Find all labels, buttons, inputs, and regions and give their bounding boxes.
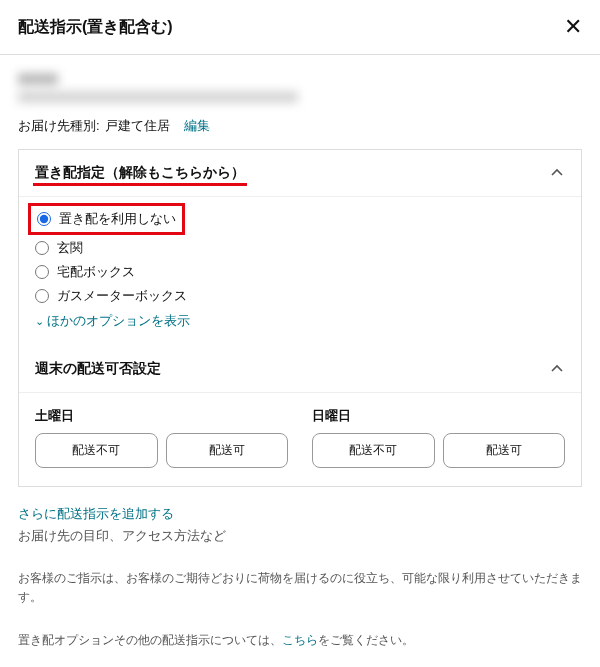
button-pair: 配送不可 配送可 — [312, 433, 565, 468]
day-label: 日曜日 — [312, 407, 565, 425]
edit-link[interactable]: 編集 — [184, 118, 210, 133]
okihai-title: 置き配指定（解除もこちらから） — [35, 164, 245, 180]
chevron-up-icon — [549, 165, 565, 181]
radio-label: 置き配を利用しない — [59, 210, 176, 228]
chevron-down-icon: ⌄ — [35, 315, 44, 328]
delivery-no-button[interactable]: 配送不可 — [312, 433, 435, 468]
radio-option-delivery-box[interactable]: 宅配ボックス — [35, 260, 565, 284]
button-pair: 配送不可 配送可 — [35, 433, 288, 468]
radio-option-entrance[interactable]: 玄関 — [35, 236, 565, 260]
close-icon[interactable]: ✕ — [564, 16, 582, 38]
note-2-pre: 置き配オプションその他の配送指示については、 — [18, 633, 282, 647]
okihai-header[interactable]: 置き配指定（解除もこちらから） — [19, 150, 581, 196]
okihai-body: 置き配を利用しない 玄関 宅配ボックス ガスメーターボックス ⌄ ほかのオプショ… — [19, 196, 581, 346]
address-type-row: お届け先種別: 戸建て住居 編集 — [18, 117, 582, 135]
radio-option-not-use[interactable]: 置き配を利用しない — [28, 203, 185, 235]
weekend-header[interactable]: 週末の配送可否設定 — [19, 346, 581, 392]
modal-content: お届け先種別: 戸建て住居 編集 置き配指定（解除もこちらから） 置き配を利用し… — [0, 55, 600, 667]
note-2-link[interactable]: こちら — [282, 633, 318, 647]
more-options-label: ほかのオプションを表示 — [47, 312, 190, 330]
address-type-label: お届け先種別: — [18, 118, 100, 133]
modal-title: 配送指示(置き配含む) — [18, 17, 173, 38]
delivery-yes-button[interactable]: 配送可 — [443, 433, 566, 468]
weekend-title: 週末の配送可否設定 — [35, 360, 161, 378]
weekend-col-sunday: 日曜日 配送不可 配送可 — [312, 407, 565, 468]
weekend-col-saturday: 土曜日 配送不可 配送可 — [35, 407, 288, 468]
add-instruction-link[interactable]: さらに配送指示を追加する — [18, 505, 582, 523]
radio-input[interactable] — [35, 265, 49, 279]
underline-highlight — [33, 183, 247, 186]
more-options-toggle[interactable]: ⌄ ほかのオプションを表示 — [35, 308, 565, 330]
note-2: 置き配オプションその他の配送指示については、こちらをご覧ください。 — [18, 631, 582, 650]
address-type-value: 戸建て住居 — [105, 118, 170, 133]
radio-input[interactable] — [35, 241, 49, 255]
radio-label: 宅配ボックス — [57, 263, 135, 281]
day-label: 土曜日 — [35, 407, 288, 425]
address-redacted — [18, 73, 582, 103]
radio-input[interactable] — [37, 212, 51, 226]
radio-input[interactable] — [35, 289, 49, 303]
note-2-post: をご覧ください。 — [318, 633, 414, 647]
add-instruction-hint: お届け先の目印、アクセス方法など — [18, 527, 582, 545]
weekend-body: 土曜日 配送不可 配送可 日曜日 配送不可 配送可 — [19, 392, 581, 486]
delivery-yes-button[interactable]: 配送可 — [166, 433, 289, 468]
radio-label: ガスメーターボックス — [57, 287, 187, 305]
radio-option-gas-meter[interactable]: ガスメーターボックス — [35, 284, 565, 308]
okihai-card: 置き配指定（解除もこちらから） 置き配を利用しない 玄関 宅配ボックス — [18, 149, 582, 487]
note-1: お客様のご指示は、お客様のご期待どおりに荷物を届けるのに役立ち、可能な限り利用さ… — [18, 569, 582, 607]
delivery-no-button[interactable]: 配送不可 — [35, 433, 158, 468]
modal-header: 配送指示(置き配含む) ✕ — [0, 0, 600, 55]
radio-label: 玄関 — [57, 239, 83, 257]
chevron-up-icon — [549, 361, 565, 377]
